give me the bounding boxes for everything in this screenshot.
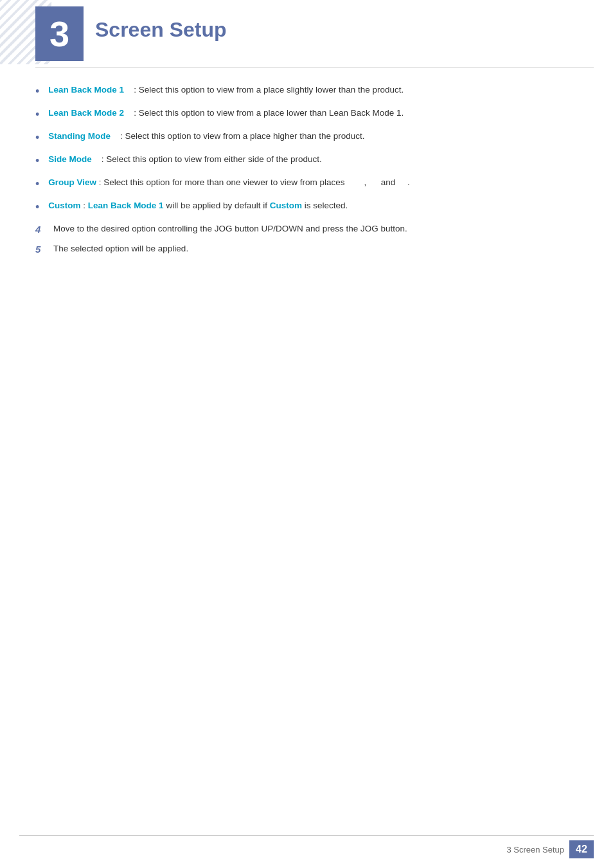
bullet-dot: • (35, 152, 39, 170)
list-item: • Group View : Select this option for mo… (35, 176, 578, 193)
chapter-number: 3 (49, 16, 69, 52)
footer-rule (19, 835, 594, 836)
bullet-list: • Lean Back Mode 1 : Select this option … (35, 84, 578, 216)
step-number-4: 4 (35, 222, 53, 237)
bullet-text: Standing Mode : Select this option to vi… (48, 130, 578, 143)
bullet-text: Side Mode : Select this option to view f… (48, 153, 578, 166)
list-item: • Lean Back Mode 1 : Select this option … (35, 84, 578, 100)
bullet-text: Lean Back Mode 2 : Select this option to… (48, 107, 578, 120)
bullet-dot: • (35, 83, 39, 100)
bullet-text: Group View : Select this option for more… (48, 176, 578, 189)
term-lean-back-1: Lean Back Mode 1 (48, 85, 124, 95)
bullet-dot: • (35, 129, 39, 147)
bullet-dot: • (35, 106, 39, 123)
step-text-4: Move to the desired option controlling t… (53, 222, 407, 235)
term-custom-label: Custom (48, 201, 80, 210)
bullet-dot: • (35, 199, 39, 216)
term-lean-back-mode-1-ref: Lean Back Mode 1 (88, 201, 164, 210)
term-standing-mode: Standing Mode (48, 131, 111, 141)
bullet-text: Custom : Lean Back Mode 1 will be applie… (48, 199, 578, 212)
step-4: 4 Move to the desired option controlling… (35, 222, 578, 237)
list-item: • Side Mode : Select this option to view… (35, 153, 578, 170)
description-lean-back-2: : Select this option to view from a plac… (127, 108, 404, 118)
term-group-view: Group View (48, 177, 96, 187)
description-lean-back-1: : Select this option to view from a plac… (127, 85, 404, 95)
term-custom-ref: Custom (270, 201, 302, 210)
description-custom-end: is selected. (305, 201, 348, 210)
description-side-mode: : Select this option to view from either… (94, 154, 322, 164)
term-side-mode: Side Mode (48, 154, 92, 164)
description-standing-mode: : Select this option to view from a plac… (113, 131, 365, 141)
list-item: • Custom : Lean Back Mode 1 will be appl… (35, 199, 578, 216)
list-item: • Lean Back Mode 2 : Select this option … (35, 107, 578, 123)
description-custom-middle: will be applied by default if (166, 201, 269, 210)
term-lean-back-2: Lean Back Mode 2 (48, 108, 124, 118)
description-custom-prefix: : (83, 201, 88, 210)
list-item: • Standing Mode : Select this option to … (35, 130, 578, 147)
step-text-5: The selected option will be applied. (53, 242, 188, 255)
main-content: • Lean Back Mode 1 : Select this option … (35, 84, 578, 829)
step-number-5: 5 (35, 242, 53, 257)
description-group-view: : Select this option for more than one v… (99, 177, 410, 187)
footer: 3 Screen Setup 42 (0, 840, 613, 858)
step-5: 5 The selected option will be applied. (35, 242, 578, 257)
page-title: Screen Setup (95, 18, 227, 42)
bullet-text: Lean Back Mode 1 : Select this option to… (48, 84, 578, 96)
chapter-block: 3 (35, 6, 84, 61)
header-rule (35, 68, 594, 68)
bullet-dot: • (35, 176, 39, 193)
footer-page-number: 42 (569, 840, 594, 858)
footer-chapter-label: 3 Screen Setup (506, 845, 564, 854)
